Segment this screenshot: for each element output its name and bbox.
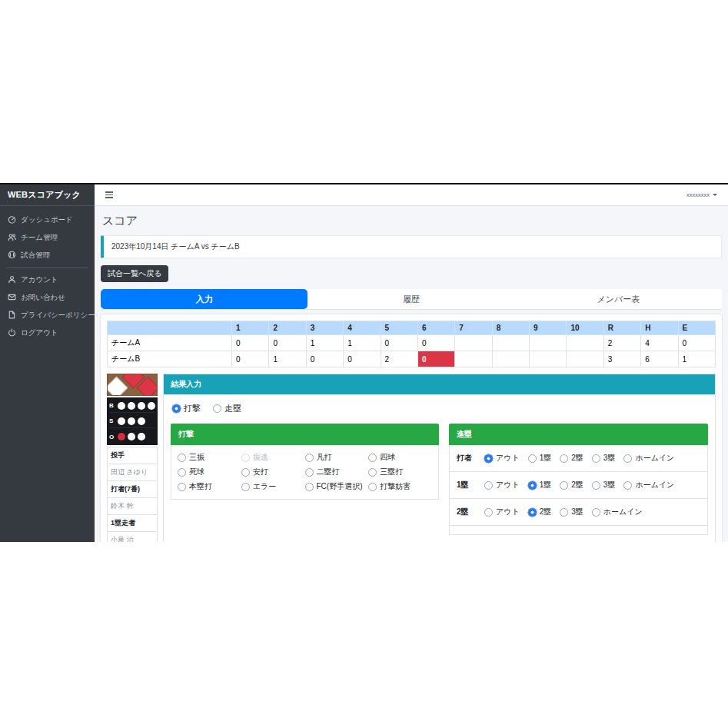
batting-option-打撃妨害[interactable]: 打撃妨害: [368, 481, 432, 492]
sidebar-item-file[interactable]: プライバシーポリシー: [0, 307, 95, 324]
batting-option-死球[interactable]: 死球: [178, 467, 241, 477]
advance-2塁-option-ホームイン[interactable]: ホームイン: [592, 507, 643, 517]
player-role-label: 打者(7番): [108, 481, 157, 498]
tab-メンバー表[interactable]: メンバー表: [515, 289, 722, 309]
sidebar-item-user[interactable]: アカウント: [0, 271, 95, 289]
score-cell: 2: [381, 351, 417, 367]
sidebar-menu: ダッシュボードチーム管理試合管理アカウントお問い合わせプライバシーポリシーログア…: [0, 206, 95, 342]
advance-1塁-option-ホームイン[interactable]: ホームイン: [623, 480, 674, 490]
radio-icon[interactable]: [592, 454, 600, 463]
advance-打者-option-3塁[interactable]: 3塁: [592, 453, 616, 464]
advance-1塁-option-2塁[interactable]: 2塁: [560, 480, 583, 490]
page-title: スコア: [102, 214, 722, 228]
option-label: アウト: [496, 507, 520, 517]
batting-option-本塁打[interactable]: 本塁打: [178, 481, 241, 492]
option-label: 1塁: [540, 480, 552, 490]
user-dropdown[interactable]: xxxxxxxx: [686, 191, 717, 198]
mode-option-走塁[interactable]: 走塁: [213, 403, 241, 414]
advance-打者-option-ホームイン[interactable]: ホームイン: [623, 453, 674, 464]
result-input-body: 打撃走塁 打撃 三振振逃凡打四球死球安打二塁打三塁打本塁打エラーFC(野手選択)…: [164, 394, 715, 542]
batting-option-安打[interactable]: 安打: [241, 467, 305, 477]
radio-icon[interactable]: [241, 483, 250, 491]
radio-icon[interactable]: [305, 454, 314, 462]
sidebar-item-baseball[interactable]: 試合管理: [0, 247, 95, 264]
advance-打者-option-1塁[interactable]: 1塁: [528, 453, 552, 464]
sidebar-item-label: ダッシュボード: [21, 215, 73, 225]
radio-icon[interactable]: [560, 508, 568, 517]
radio-icon[interactable]: [368, 468, 377, 477]
tab-入力[interactable]: 入力: [101, 289, 307, 309]
advance-row-label: 打者: [457, 453, 476, 464]
batting-option-二塁打[interactable]: 二塁打: [305, 467, 369, 477]
option-label: 2塁: [571, 480, 583, 490]
radio-icon[interactable]: [623, 454, 632, 463]
sidebar-item-tachometer[interactable]: ダッシュボード: [0, 211, 95, 229]
mode-option-打撃[interactable]: 打撃: [172, 403, 201, 414]
radio-icon[interactable]: [241, 468, 250, 477]
radio-icon[interactable]: [368, 454, 377, 462]
radio-icon[interactable]: [560, 481, 568, 490]
batting-option-FC(野手選択)[interactable]: FC(野手選択): [305, 481, 369, 492]
score-cell: [530, 351, 567, 367]
advance-打者-option-2塁[interactable]: 2塁: [560, 453, 583, 464]
radio-icon[interactable]: [368, 483, 377, 491]
score-cell: 0: [344, 351, 381, 367]
users-icon: [8, 233, 16, 243]
sidebar-item-envelope[interactable]: お問い合わせ: [0, 289, 95, 307]
option-label: 打撃妨害: [380, 481, 411, 492]
score-cell: 0: [381, 335, 417, 351]
batting-option-四球[interactable]: 四球: [368, 452, 432, 463]
sidebar-item-power[interactable]: ログアウト: [0, 324, 95, 342]
radio-icon[interactable]: [305, 483, 314, 491]
radio-icon[interactable]: [213, 404, 221, 413]
radio-icon[interactable]: [305, 468, 314, 477]
user-name: xxxxxxxx: [686, 191, 710, 198]
result-input-header: 結果入力: [164, 374, 715, 394]
batting-option-凡打[interactable]: 凡打: [305, 452, 369, 463]
radio-icon[interactable]: [528, 454, 537, 463]
batting-options-grid: 三振振逃凡打四球死球安打二塁打三塁打本塁打エラーFC(野手選択)打撃妨害: [171, 445, 439, 500]
option-label: 凡打: [317, 452, 332, 463]
advance-打者-option-アウト[interactable]: アウト: [484, 453, 520, 464]
advance-row-label: 1塁: [457, 480, 476, 490]
tachometer-icon: [8, 215, 16, 225]
advance-1塁-option-3塁[interactable]: 3塁: [592, 480, 616, 490]
advance-2塁-option-2塁[interactable]: 2塁: [528, 507, 552, 517]
radio-icon[interactable]: [484, 481, 493, 490]
advance-1塁-option-1塁[interactable]: 1塁: [528, 480, 552, 490]
radio-icon[interactable]: [623, 481, 632, 490]
radio-checked-icon[interactable]: [528, 508, 537, 517]
radio-icon[interactable]: [178, 454, 186, 462]
radio-checked-icon[interactable]: [528, 481, 537, 490]
option-label: 打撃: [184, 403, 201, 414]
score-cell: 1: [269, 351, 306, 367]
count-row-S: S: [109, 414, 155, 428]
radio-icon[interactable]: [484, 508, 493, 517]
batting-option-エラー[interactable]: エラー: [241, 481, 305, 492]
advance-2塁-option-アウト[interactable]: アウト: [484, 507, 520, 517]
radio-icon[interactable]: [592, 508, 600, 517]
radio-checked-icon[interactable]: [484, 454, 493, 463]
radio-icon[interactable]: [178, 468, 186, 477]
hamburger-icon[interactable]: [105, 191, 113, 198]
advance-1塁-option-アウト[interactable]: アウト: [484, 480, 520, 490]
back-to-games-button[interactable]: 試合一覧へ戻る: [101, 265, 168, 282]
app-brand[interactable]: WEBスコアブック: [0, 184, 95, 206]
count-dot-white: [128, 402, 135, 410]
advance-spacer-row: [450, 526, 707, 534]
advance-2塁-option-3塁[interactable]: 3塁: [560, 507, 583, 517]
option-label: 二塁打: [317, 467, 340, 477]
batting-option-三塁打[interactable]: 三塁打: [368, 467, 432, 477]
radio-icon[interactable]: [592, 481, 600, 490]
radio-icon[interactable]: [178, 483, 186, 491]
score-cell: 0: [232, 351, 269, 367]
radio-checked-icon[interactable]: [172, 404, 181, 413]
tab-履歴[interactable]: 履歴: [307, 289, 514, 309]
count-dot-white: [128, 433, 135, 440]
count-dot-white: [138, 433, 145, 440]
sidebar-item-users[interactable]: チーム管理: [0, 229, 95, 247]
score-card: 12345678910RHE チームA001100240チームB01002036…: [101, 314, 722, 542]
score-col-5: 5: [381, 321, 417, 335]
radio-icon[interactable]: [560, 454, 568, 463]
batting-option-三振[interactable]: 三振: [178, 452, 241, 463]
